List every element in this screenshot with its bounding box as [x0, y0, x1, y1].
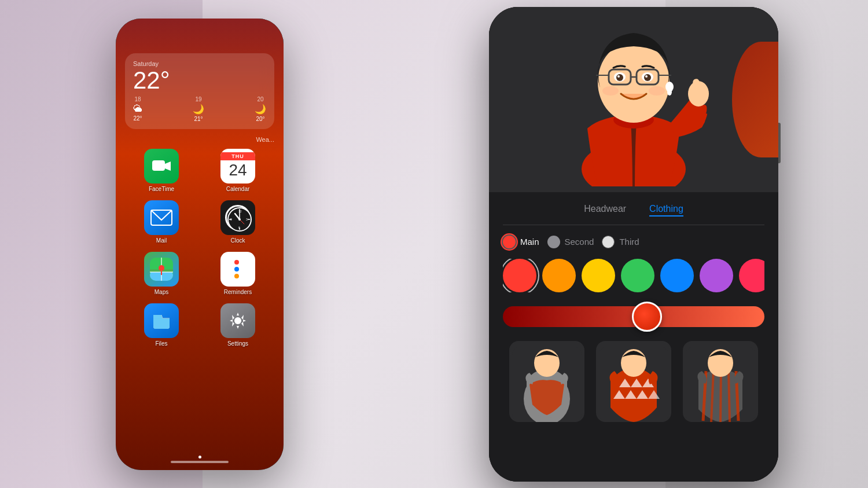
reminder-2 — [234, 267, 241, 271]
app-item-settings[interactable]: Settings — [204, 303, 272, 347]
svg-point-36 — [644, 74, 651, 81]
settings-icon — [227, 310, 248, 331]
weather-day-num-18: 18 — [134, 96, 141, 102]
red-accent-circle — [732, 42, 778, 157]
color-option-third[interactable]: Third — [602, 236, 639, 248]
app-icon-mail — [144, 200, 179, 235]
weather-day-19: 19 🌙 21° — [193, 96, 204, 122]
reminder-1 — [234, 260, 241, 265]
weather-icon-18: 🌥 — [133, 104, 142, 114]
outfit-svg-1 — [512, 347, 582, 422]
color-circle-third — [602, 236, 615, 248]
color-slider-track[interactable] — [503, 306, 764, 327]
outfit-thumbnails — [503, 341, 764, 422]
clock-svg: 12 3 6 9 — [227, 207, 252, 232]
svg-point-39 — [602, 86, 619, 96]
side-button[interactable] — [778, 123, 781, 163]
outfit-item-1[interactable] — [509, 341, 584, 422]
reminder-dot-1 — [234, 260, 239, 265]
app-label-settings: Settings — [227, 340, 248, 347]
memoji-character — [553, 13, 715, 186]
app-item-facetime[interactable]: FaceTime — [127, 149, 196, 192]
app-label-files: Files — [155, 340, 167, 347]
reminders-list — [230, 255, 246, 283]
color-slider-thumb[interactable] — [632, 302, 662, 332]
iphone-home-screen: Saturday 22° 18 🌥 22° 19 🌙 21° — [116, 19, 284, 470]
svg-text:9: 9 — [230, 218, 232, 221]
svg-point-37 — [617, 75, 620, 78]
weather-app-label: Wea... — [125, 136, 274, 143]
home-screen-display: Saturday 22° 18 🌥 22° 19 🌙 21° — [116, 19, 284, 470]
svg-point-35 — [616, 74, 623, 81]
color-circle-main — [503, 236, 516, 248]
svg-marker-1 — [165, 162, 171, 171]
svg-point-40 — [649, 86, 665, 96]
app-item-reminders[interactable]: Reminders — [204, 252, 272, 295]
reminder-3 — [234, 274, 241, 278]
files-icon — [151, 310, 172, 331]
app-icon-facetime — [144, 149, 179, 184]
clothing-tabs: Headwear Clothing — [503, 204, 764, 225]
app-item-files[interactable]: Files — [127, 303, 196, 347]
svg-point-15 — [238, 218, 241, 221]
svg-point-21 — [159, 265, 164, 271]
app-label-calendar: Calendar — [226, 186, 250, 192]
weather-day-num-20: 20 — [257, 96, 263, 102]
memoji-character-area — [489, 7, 778, 192]
color-option-second[interactable]: Second — [547, 236, 594, 248]
weather-temp-18: 22° — [133, 115, 142, 122]
memoji-screen: Headwear Clothing Main — [489, 7, 778, 482]
app-icon-settings — [220, 303, 255, 338]
color-layer-options: Main Second Third — [503, 236, 764, 248]
calendar-day-label: THU — [220, 152, 255, 160]
app-label-facetime: FaceTime — [149, 186, 174, 192]
svg-line-60 — [729, 370, 730, 422]
app-item-maps[interactable]: Maps — [127, 252, 196, 295]
color-option-third-label: Third — [619, 237, 639, 247]
app-icon-reminders — [220, 252, 255, 287]
app-icon-clock: 12 3 6 9 — [220, 200, 255, 235]
app-icon-maps — [144, 252, 179, 287]
swatch-green[interactable] — [621, 259, 654, 292]
weather-day-20: 20 🌙 20° — [255, 96, 266, 122]
memoji-controls: Headwear Clothing Main — [489, 192, 778, 482]
scene: Saturday 22° 18 🌥 22° 19 🌙 21° — [0, 0, 868, 488]
tab-headwear[interactable]: Headwear — [584, 204, 626, 217]
mail-icon — [150, 210, 172, 226]
app-item-mail[interactable]: Mail — [127, 200, 196, 244]
weather-temperature: 22° — [133, 68, 266, 93]
app-item-calendar[interactable]: THU 24 Calendar — [204, 149, 272, 192]
swatch-yellow[interactable] — [582, 259, 615, 292]
weather-temp-20: 20° — [256, 116, 264, 122]
outfit-item-2[interactable] — [596, 341, 671, 422]
svg-text:6: 6 — [238, 226, 240, 229]
svg-text:3: 3 — [246, 218, 248, 221]
app-label-maps: Maps — [155, 289, 168, 295]
swatch-blue[interactable] — [660, 259, 694, 292]
swatch-pink[interactable] — [739, 259, 764, 292]
weather-forecast: 18 🌥 22° 19 🌙 21° 20 🌙 20° — [133, 96, 266, 122]
weather-widget[interactable]: Saturday 22° 18 🌥 22° 19 🌙 21° — [125, 53, 274, 129]
weather-temp-19: 21° — [194, 116, 203, 122]
svg-point-38 — [645, 75, 648, 78]
color-option-main[interactable]: Main — [503, 236, 539, 248]
reminder-dot-2 — [234, 267, 239, 271]
swatch-red[interactable] — [503, 259, 536, 292]
calendar-date: 24 — [229, 160, 247, 180]
color-circle-second — [547, 236, 560, 248]
tab-clothing[interactable]: Clothing — [649, 204, 683, 217]
color-option-main-label: Main — [520, 237, 539, 247]
svg-text:12: 12 — [238, 210, 242, 213]
app-label-reminders: Reminders — [224, 289, 252, 295]
app-item-clock[interactable]: 12 3 6 9 — [204, 200, 272, 244]
outfit-item-3[interactable] — [683, 341, 758, 422]
swatch-orange[interactable] — [542, 259, 576, 292]
outfit-svg-3 — [686, 347, 755, 422]
weather-location: Saturday — [133, 60, 266, 67]
swatch-purple[interactable] — [700, 259, 733, 292]
svg-point-23 — [234, 317, 241, 324]
color-option-second-label: Second — [565, 237, 594, 247]
weather-day-18: 18 🌥 22° — [133, 96, 142, 122]
page-dots — [116, 450, 284, 458]
clock-face: 12 3 6 9 — [225, 205, 251, 230]
